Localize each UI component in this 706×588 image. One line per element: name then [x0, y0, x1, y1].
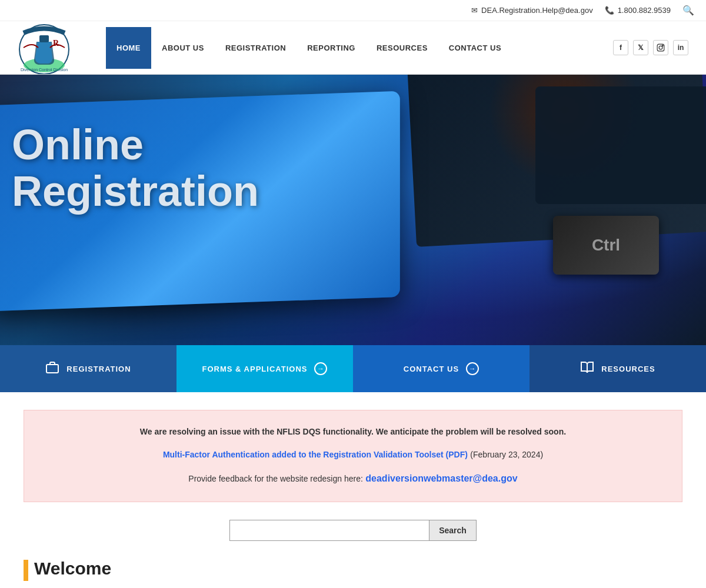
- facebook-icon[interactable]: f: [613, 40, 628, 55]
- mfa-date: (February 23, 2024): [470, 450, 543, 459]
- phone-contact[interactable]: 📞 1.800.882.9539: [605, 6, 671, 15]
- hero-text: Online Registration: [12, 122, 259, 215]
- quicklink-registration-label: REGISTRATION: [66, 365, 131, 373]
- svg-rect-2: [39, 35, 49, 42]
- briefcase-icon: [45, 360, 59, 377]
- contact-arrow-icon: →: [466, 362, 479, 375]
- search-area: Search: [0, 520, 706, 541]
- email-contact[interactable]: ✉ DEA.Registration.Help@dea.gov: [471, 6, 593, 15]
- site-logo: R Diversion Control Division: [12, 21, 82, 74]
- nav-contact[interactable]: CONTACT US: [438, 27, 512, 69]
- site-header: R Diversion Control Division HOME ABOUT …: [0, 21, 706, 75]
- notice-main-text: We are resolving an issue with the NFLIS…: [42, 425, 664, 439]
- search-icon[interactable]: 🔍: [682, 5, 694, 16]
- svg-point-7: [662, 45, 663, 46]
- quicklink-contact-label: CONTACT US: [404, 365, 459, 373]
- nav-resources[interactable]: RESOURCES: [366, 27, 438, 69]
- svg-text:Diversion Control Division: Diversion Control Division: [21, 68, 68, 72]
- notice-box: We are resolving an issue with the NFLIS…: [24, 410, 682, 502]
- quicklink-forms[interactable]: FORMS & APPLICATIONS →: [176, 345, 353, 392]
- quicklink-resources-label: RESOURCES: [601, 365, 655, 373]
- quicklink-registration[interactable]: REGISTRATION: [0, 345, 176, 392]
- quicklink-contact[interactable]: CONTACT US →: [353, 345, 530, 392]
- hero-section: Ctrl Online Registration: [0, 75, 706, 345]
- quicklink-forms-label: FORMS & APPLICATIONS: [202, 365, 308, 373]
- welcome-section: Welcome: [0, 547, 706, 588]
- email-icon: ✉: [471, 6, 478, 15]
- welcome-accent-bar: [24, 560, 28, 581]
- twitter-icon[interactable]: 𝕏: [633, 40, 648, 55]
- svg-text:R: R: [53, 39, 59, 48]
- forms-arrow-icon: →: [314, 362, 327, 375]
- hero-line2: Registration: [12, 168, 259, 215]
- svg-rect-8: [46, 365, 58, 373]
- mfa-link[interactable]: Multi-Factor Authentication added to the…: [163, 450, 468, 459]
- svg-point-6: [659, 46, 662, 49]
- main-navigation: HOME ABOUT US REGISTRATION REPORTING RES…: [106, 27, 607, 69]
- nav-reporting[interactable]: REPORTING: [297, 27, 366, 69]
- instagram-icon[interactable]: [653, 40, 668, 55]
- feedback-email-link[interactable]: deadiversionwebmaster@dea.gov: [365, 473, 517, 483]
- top-bar: ✉ DEA.Registration.Help@dea.gov 📞 1.800.…: [0, 0, 706, 21]
- search-input[interactable]: [229, 520, 429, 541]
- social-icons-group: f 𝕏 in: [607, 40, 694, 55]
- book-icon: [580, 360, 594, 377]
- hero-line1: Online: [12, 122, 259, 168]
- logo-area[interactable]: R Diversion Control Division: [12, 21, 82, 74]
- welcome-title: Welcome: [34, 559, 111, 579]
- ctrl-label: Ctrl: [592, 236, 620, 255]
- nav-registration[interactable]: REGISTRATION: [215, 27, 297, 69]
- phone-icon: 📞: [605, 6, 614, 15]
- nav-about[interactable]: ABOUT US: [151, 27, 215, 69]
- search-button[interactable]: Search: [429, 520, 477, 541]
- quick-links-bar: REGISTRATION FORMS & APPLICATIONS → CONT…: [0, 345, 706, 392]
- feedback-label: Provide feedback for the website redesig…: [188, 474, 363, 483]
- email-address[interactable]: DEA.Registration.Help@dea.gov: [481, 6, 593, 15]
- nav-home[interactable]: HOME: [106, 27, 151, 69]
- quicklink-resources[interactable]: RESOURCES: [530, 345, 706, 392]
- linkedin-icon[interactable]: in: [673, 40, 688, 55]
- phone-number[interactable]: 1.800.882.9539: [618, 6, 671, 15]
